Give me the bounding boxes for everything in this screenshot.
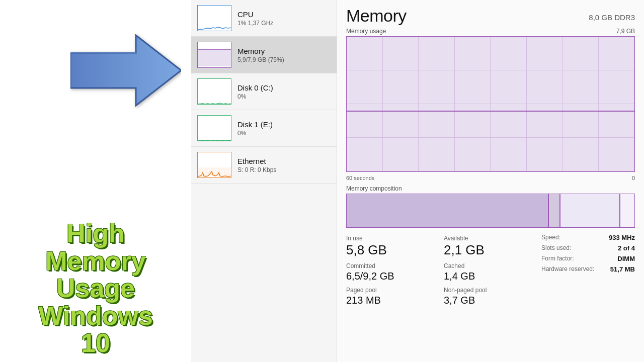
- stat-available: Available 2,1 GB: [444, 234, 537, 258]
- memory-value: 5,9/7,9 GB (75%): [237, 56, 284, 63]
- grid-cell: [562, 37, 599, 70]
- ethernet-value: S: 0 R: 0 Kbps: [237, 166, 276, 173]
- disk1-value: 0%: [237, 130, 273, 137]
- grid-cell: [491, 70, 527, 104]
- main-panel: Memory 8,0 GB DDR3 Memory usage 7,9 GB: [337, 0, 644, 362]
- grid-cell: [455, 70, 491, 104]
- svg-rect-8: [198, 116, 231, 141]
- cached-value: 1,4 GB: [444, 270, 537, 282]
- grid-cell: [347, 138, 383, 171]
- grid-cell: [455, 138, 491, 171]
- stat-slots-row: Slots used: 2 of 4: [541, 244, 635, 252]
- grid-cell: [383, 138, 419, 171]
- grid-cell: [455, 104, 491, 138]
- stats-col1: In use 5,8 GB Committed 6,5/9,2 GB Paged…: [346, 234, 440, 307]
- stats-col3: Speed: 933 MHz Slots used: 2 of 4 Form f…: [541, 234, 635, 307]
- speed-value: 933 MHz: [609, 234, 635, 241]
- time-labels: 60 seconds 0: [346, 175, 635, 181]
- svg-rect-5: [198, 49, 231, 66]
- hw-reserved-label: Hardware reserved:: [541, 265, 594, 273]
- comp-free: [620, 194, 634, 227]
- sidebar-item-cpu[interactable]: CPU 1% 1,37 GHz: [191, 0, 337, 37]
- slots-used-value: 2 of 4: [618, 244, 635, 252]
- grid-cell: [419, 104, 455, 138]
- disk0-info: Disk 0 (C:) 0%: [237, 83, 273, 100]
- stat-form-factor-row: Form factor: DIMM: [541, 255, 635, 262]
- memory-mini-chart: [197, 42, 231, 68]
- grid-cell: [347, 104, 383, 138]
- paged-pool-value: 213 MB: [346, 295, 440, 306]
- stat-hw-reserved-row: Hardware reserved: 51,7 MB: [541, 265, 635, 273]
- comp-in-use: [347, 194, 548, 227]
- non-paged-pool-label: Non-paged pool: [444, 287, 537, 294]
- stat-speed-row: Speed: 933 MHz: [541, 234, 635, 241]
- grid-cell: [419, 70, 455, 104]
- ethernet-mini-chart: [197, 152, 231, 178]
- slots-used-label: Slots used:: [541, 244, 571, 251]
- composition-label: Memory composition: [346, 185, 635, 192]
- usage-label: Memory usage: [346, 28, 386, 35]
- form-factor-value: DIMM: [617, 255, 635, 262]
- grid-cell: [599, 104, 635, 138]
- grid-cell: [383, 104, 419, 138]
- time-right: 0: [632, 175, 635, 181]
- cpu-value: 1% 1,37 GHz: [237, 20, 273, 27]
- disk1-label: Disk 1 (E:): [237, 120, 273, 129]
- title-line2: Memory: [45, 246, 145, 276]
- sidebar-item-disk0[interactable]: Disk 0 (C:) 0%: [191, 73, 337, 110]
- stat-paged-pool: Paged pool 213 MB: [346, 286, 440, 307]
- title-line4: Windows: [38, 301, 153, 330]
- grid-cell: [562, 138, 599, 171]
- grid-cell: [383, 70, 419, 104]
- grid-cell: [527, 70, 563, 104]
- grid-cell: [491, 37, 527, 70]
- arrow-container: [70, 30, 181, 116]
- main-header: Memory 8,0 GB DDR3: [346, 6, 635, 26]
- ethernet-label: Ethernet: [237, 157, 276, 165]
- grid-cell: [599, 70, 635, 104]
- grid-cell: [562, 104, 599, 138]
- grid-cell: [383, 37, 419, 70]
- disk0-label: Disk 0 (C:): [237, 83, 273, 92]
- cpu-mini-chart: [197, 5, 231, 31]
- time-left: 60 seconds: [346, 175, 374, 181]
- cpu-info: CPU 1% 1,37 GHz: [237, 10, 273, 27]
- available-value: 2,1 GB: [444, 243, 537, 257]
- sidebar-item-disk1[interactable]: Disk 1 (E:) 0%: [191, 110, 337, 147]
- sidebar: CPU 1% 1,37 GHz Memory 5,9/7,9 GB (75%) …: [191, 0, 337, 362]
- sidebar-item-ethernet[interactable]: Ethernet S: 0 R: 0 Kbps: [191, 147, 337, 184]
- cached-label: Cached: [444, 262, 537, 269]
- svg-rect-3: [198, 6, 231, 31]
- main-title: Memory: [346, 6, 407, 26]
- left-panel: High Memory Usage Windows 10: [0, 0, 191, 362]
- grid-cell: [347, 70, 383, 104]
- stat-committed: Committed 6,5/9,2 GB: [346, 261, 440, 283]
- paged-pool-label: Paged pool: [346, 287, 440, 294]
- grid-cell: [527, 138, 563, 171]
- ethernet-info: Ethernet S: 0 R: 0 Kbps: [237, 157, 276, 173]
- non-paged-pool-value: 3,7 GB: [444, 295, 537, 306]
- disk0-mini-chart: [197, 78, 231, 105]
- cpu-label: CPU: [237, 10, 273, 19]
- form-factor-label: Form factor:: [541, 255, 574, 262]
- stats-section: In use 5,8 GB Committed 6,5/9,2 GB Paged…: [346, 234, 635, 307]
- stat-cached: Cached 1,4 GB: [444, 261, 537, 283]
- speed-label: Speed:: [541, 234, 560, 241]
- memory-usage-chart: [346, 36, 635, 172]
- stat-in-use: In use 5,8 GB: [346, 234, 440, 258]
- usage-section-label: Memory usage 7,9 GB: [346, 28, 635, 35]
- usage-line: [347, 111, 634, 112]
- svg-rect-7: [198, 79, 231, 105]
- sidebar-item-memory[interactable]: Memory 5,9/7,9 GB (75%): [191, 37, 337, 73]
- title-line5: 10: [81, 328, 110, 357]
- disk0-value: 0%: [237, 93, 273, 100]
- chart-grid: [347, 37, 634, 171]
- grid-cell: [491, 104, 527, 138]
- hw-reserved-value: 51,7 MB: [610, 265, 635, 273]
- title-line1: High: [66, 219, 125, 248]
- grid-cell: [527, 37, 563, 70]
- comp-standby: [560, 194, 619, 227]
- usage-max: 7,9 GB: [616, 28, 635, 35]
- arrow-icon: [70, 30, 181, 111]
- disk1-info: Disk 1 (E:) 0%: [237, 120, 273, 137]
